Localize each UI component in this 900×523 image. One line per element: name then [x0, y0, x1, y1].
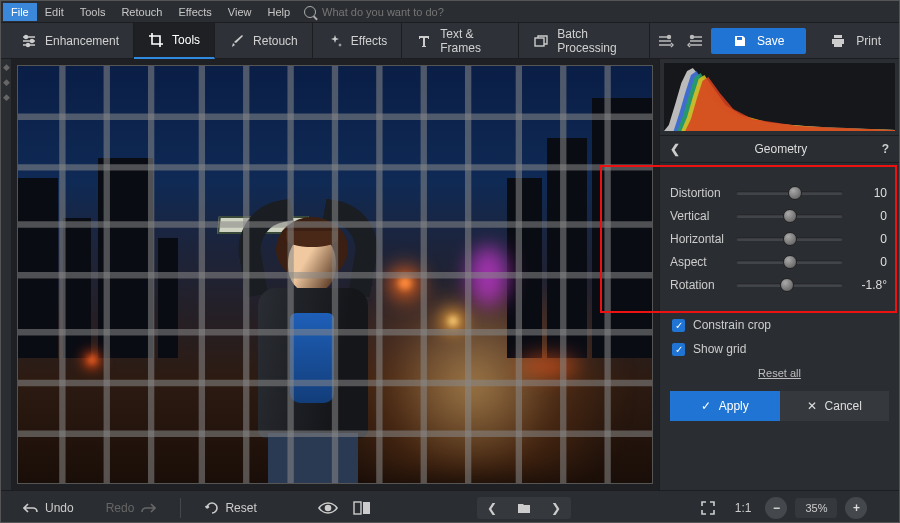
save-label: Save	[757, 34, 784, 48]
brush-icon	[229, 33, 245, 49]
tab-label: Retouch	[253, 34, 298, 48]
redo-button[interactable]: Redo	[94, 497, 169, 519]
cancel-label: Cancel	[825, 399, 862, 413]
slider-thumb[interactable]	[783, 255, 797, 269]
apply-label: Apply	[719, 399, 749, 413]
menu-retouch[interactable]: Retouch	[113, 3, 170, 21]
checkbox-show-grid[interactable]: ✓ Show grid	[660, 337, 899, 361]
menu-file[interactable]: File	[3, 3, 37, 21]
slider-rotation: Rotation -1.8°	[670, 278, 887, 292]
tab-label: Text & Frames	[440, 27, 504, 55]
search-input[interactable]	[322, 6, 522, 18]
slider-label: Distortion	[670, 186, 728, 200]
tab-tools[interactable]: Tools	[134, 23, 215, 59]
checkbox-label: Show grid	[693, 342, 746, 356]
sparkle-icon	[327, 33, 343, 49]
cancel-button[interactable]: ✕ Cancel	[780, 391, 890, 421]
redo-icon	[140, 502, 156, 514]
reset-all-link[interactable]: Reset all	[660, 361, 899, 385]
actual-size-button[interactable]: 1:1	[729, 497, 758, 519]
preview-toggle-button[interactable]	[315, 495, 341, 521]
slider-thumb[interactable]	[780, 278, 794, 292]
stack-icon	[533, 33, 549, 49]
compare-before-button[interactable]	[653, 27, 677, 55]
canvas-area[interactable]	[11, 59, 659, 490]
tab-label: Tools	[172, 33, 200, 47]
tab-batch[interactable]: Batch Processing	[519, 23, 650, 59]
slider-aspect: Aspect 0	[670, 255, 887, 269]
save-button[interactable]: Save	[711, 28, 806, 54]
slider-horizontal: Horizontal 0	[670, 232, 887, 246]
slider-value: 10	[851, 186, 887, 200]
svg-rect-32	[363, 502, 370, 514]
svg-rect-31	[354, 502, 361, 514]
print-icon	[830, 33, 846, 49]
tab-text-frames[interactable]: Text & Frames	[402, 23, 519, 59]
undo-icon	[23, 502, 39, 514]
slider-value: 0	[851, 232, 887, 246]
reset-button[interactable]: Reset	[193, 497, 268, 519]
menu-help[interactable]: Help	[259, 3, 298, 21]
panel-header: ❮ Geometry ?	[660, 135, 899, 163]
zoom-in-button[interactable]: +	[845, 497, 867, 519]
slider-distortion: Distortion 10	[670, 186, 887, 200]
tab-effects[interactable]: Effects	[313, 23, 402, 59]
menu-bar: File Edit Tools Retouch Effects View Hel…	[1, 1, 899, 23]
slider-label: Rotation	[670, 278, 728, 292]
slider-track[interactable]	[736, 283, 843, 287]
menu-view[interactable]: View	[220, 3, 260, 21]
slider-value: -1.8°	[851, 278, 887, 292]
slider-thumb[interactable]	[788, 186, 802, 200]
bottom-bar: Undo Redo Reset ❮ ❯ 1:1 − 35% +	[1, 490, 899, 523]
browse-button[interactable]	[507, 498, 541, 518]
undo-button[interactable]: Undo	[11, 497, 86, 519]
slider-value: 0	[851, 255, 887, 269]
slider-track[interactable]	[736, 191, 843, 195]
ruler-handles: ◆◆◆	[1, 59, 11, 490]
prev-image-button[interactable]: ❮	[477, 497, 507, 519]
photo-preview	[18, 66, 652, 483]
fit-screen-button[interactable]	[695, 495, 721, 521]
svg-point-4	[668, 35, 671, 38]
close-icon: ✕	[807, 399, 817, 413]
check-icon: ✓	[701, 399, 711, 413]
next-image-button[interactable]: ❯	[541, 497, 571, 519]
menu-effects[interactable]: Effects	[170, 3, 219, 21]
slider-track[interactable]	[736, 237, 843, 241]
checkbox-constrain-crop[interactable]: ✓ Constrain crop	[660, 313, 899, 337]
back-button[interactable]: ❮	[670, 142, 680, 156]
svg-point-0	[25, 35, 28, 38]
tab-retouch[interactable]: Retouch	[215, 23, 313, 59]
redo-label: Redo	[106, 501, 135, 515]
apply-button[interactable]: ✓ Apply	[670, 391, 780, 421]
zoom-out-button[interactable]: −	[765, 497, 787, 519]
text-icon	[416, 33, 432, 49]
slider-label: Vertical	[670, 209, 728, 223]
help-button[interactable]: ?	[882, 142, 889, 156]
menu-tools[interactable]: Tools	[72, 3, 114, 21]
print-label: Print	[856, 34, 881, 48]
svg-point-5	[690, 35, 693, 38]
print-button[interactable]: Print	[818, 33, 893, 49]
compare-after-button[interactable]	[684, 27, 708, 55]
reset-icon	[205, 501, 219, 515]
tab-enhancement[interactable]: Enhancement	[7, 23, 134, 59]
svg-point-1	[31, 39, 34, 42]
menu-search	[304, 6, 522, 18]
slider-thumb[interactable]	[783, 209, 797, 223]
undo-label: Undo	[45, 501, 74, 515]
right-panel: ❮ Geometry ? Distortion 10 Vertical 0 Ho…	[659, 59, 899, 490]
svg-point-30	[325, 505, 330, 510]
slider-thumb[interactable]	[783, 232, 797, 246]
slider-track[interactable]	[736, 214, 843, 218]
sliders-icon	[21, 33, 37, 49]
slider-track[interactable]	[736, 260, 843, 264]
reset-label: Reset	[225, 501, 256, 515]
main-toolbar: Enhancement Tools Retouch Effects Text &…	[1, 23, 899, 59]
histogram	[664, 63, 895, 131]
split-view-button[interactable]	[349, 495, 375, 521]
tab-label: Effects	[351, 34, 387, 48]
save-icon	[733, 34, 747, 48]
zoom-value[interactable]: 35%	[795, 498, 837, 518]
menu-edit[interactable]: Edit	[37, 3, 72, 21]
